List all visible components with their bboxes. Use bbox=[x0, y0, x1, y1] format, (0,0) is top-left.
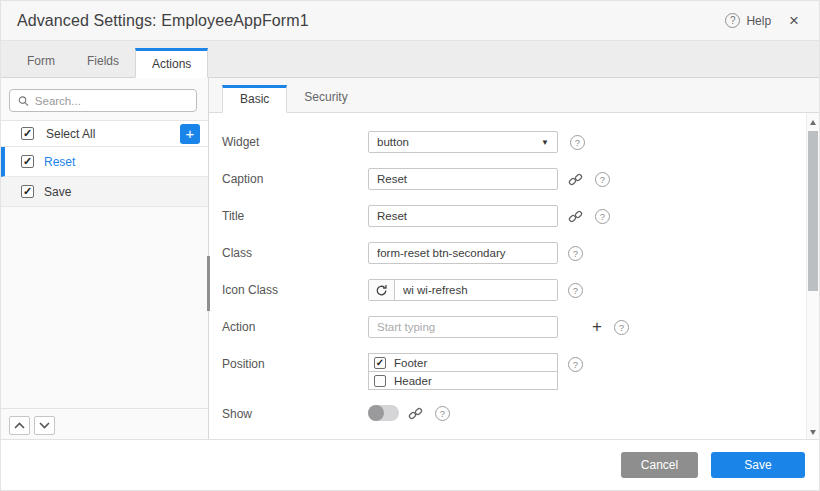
position-option-header[interactable]: Header bbox=[368, 371, 558, 390]
close-icon[interactable]: × bbox=[785, 10, 803, 31]
search-wrap bbox=[1, 78, 208, 120]
header-checkbox[interactable] bbox=[374, 375, 386, 387]
field-label: Show bbox=[222, 405, 368, 421]
toggle-knob bbox=[368, 405, 384, 421]
field-row-position: Position ✓ Footer Header ? bbox=[222, 353, 806, 390]
scrollbar-thumb[interactable] bbox=[808, 131, 818, 291]
dialog-body: ✓ Select All + ✓ Reset ✓ Save bbox=[1, 78, 819, 441]
field-row-icon-class: Icon Class ? bbox=[222, 279, 806, 301]
position-options: ✓ Footer Header bbox=[368, 353, 558, 390]
icon-class-input[interactable] bbox=[395, 280, 558, 300]
actions-sidebar: ✓ Select All + ✓ Reset ✓ Save bbox=[1, 78, 209, 441]
widget-select[interactable]: button ▼ bbox=[368, 131, 558, 153]
move-up-button[interactable] bbox=[9, 416, 30, 435]
field-label: Caption bbox=[222, 168, 368, 186]
select-all-label: Select All bbox=[46, 127, 95, 141]
help-icon[interactable]: ? bbox=[595, 209, 610, 224]
reorder-toolbar bbox=[1, 408, 208, 441]
scroll-down-button[interactable] bbox=[807, 425, 819, 439]
field-row-title: Title ? bbox=[222, 205, 806, 227]
dialog-footer: Cancel Save bbox=[1, 439, 819, 490]
help-icon[interactable]: ? bbox=[568, 357, 583, 372]
bind-link-icon[interactable] bbox=[408, 406, 423, 421]
field-row-show: Show ? bbox=[222, 405, 806, 421]
bind-link-icon[interactable] bbox=[568, 209, 583, 224]
help-button[interactable]: ? Help bbox=[725, 13, 771, 28]
tab-fields[interactable]: Fields bbox=[71, 47, 135, 77]
icon-preview bbox=[369, 280, 395, 300]
detail-tabbar: Basic Security bbox=[209, 78, 819, 113]
field-row-class: Class ? bbox=[222, 242, 806, 264]
field-label: Icon Class bbox=[222, 279, 368, 297]
help-icon[interactable]: ? bbox=[570, 135, 585, 150]
icon-class-group bbox=[368, 279, 558, 301]
sidebar-item-label: Reset bbox=[44, 155, 75, 169]
search-box[interactable] bbox=[9, 89, 197, 112]
refresh-icon bbox=[375, 284, 388, 297]
footer-checkbox[interactable]: ✓ bbox=[374, 357, 386, 369]
field-row-action: Action + ? bbox=[222, 316, 806, 338]
position-option-label: Header bbox=[394, 375, 432, 387]
dialog-title: Advanced Settings: EmployeeAppForm1 bbox=[17, 12, 309, 30]
chevron-up-icon bbox=[14, 422, 25, 429]
add-action-button[interactable]: + bbox=[180, 124, 200, 144]
scroll-up-button[interactable] bbox=[807, 115, 819, 129]
help-icon[interactable]: ? bbox=[595, 172, 610, 187]
position-option-footer[interactable]: ✓ Footer bbox=[368, 353, 558, 372]
save-checkbox[interactable]: ✓ bbox=[21, 185, 34, 198]
bind-link-icon[interactable] bbox=[568, 172, 583, 187]
action-detail-panel: Basic Security Widget button ▼ ? Caption bbox=[209, 78, 819, 441]
field-label: Class bbox=[222, 242, 368, 260]
tab-form[interactable]: Form bbox=[11, 47, 71, 77]
save-button[interactable]: Save bbox=[711, 452, 805, 478]
field-label: Action bbox=[222, 316, 368, 334]
title-input[interactable] bbox=[368, 205, 558, 227]
vertical-scrollbar[interactable] bbox=[806, 113, 819, 441]
sidebar-resize-handle[interactable] bbox=[207, 256, 210, 311]
class-input[interactable] bbox=[368, 242, 558, 264]
help-circle-icon: ? bbox=[725, 13, 740, 28]
scroll-down-icon bbox=[810, 430, 816, 435]
chevron-down-icon bbox=[39, 422, 50, 429]
reset-checkbox[interactable]: ✓ bbox=[21, 155, 34, 168]
field-row-widget: Widget button ▼ ? bbox=[222, 131, 806, 153]
position-option-label: Footer bbox=[394, 357, 427, 369]
help-icon[interactable]: ? bbox=[568, 283, 583, 298]
dialog-header: Advanced Settings: EmployeeAppForm1 ? He… bbox=[1, 1, 819, 41]
sidebar-item-reset[interactable]: ✓ Reset bbox=[1, 147, 208, 177]
select-all-row: ✓ Select All + bbox=[1, 120, 208, 147]
sidebar-item-save[interactable]: ✓ Save bbox=[1, 177, 208, 207]
field-label: Position bbox=[222, 353, 368, 371]
field-label: Title bbox=[222, 205, 368, 223]
tab-actions[interactable]: Actions bbox=[135, 48, 208, 78]
widget-select-value: button bbox=[377, 136, 409, 148]
field-row-caption: Caption ? bbox=[222, 168, 806, 190]
cancel-button[interactable]: Cancel bbox=[621, 452, 698, 478]
advanced-settings-dialog: Advanced Settings: EmployeeAppForm1 ? He… bbox=[0, 0, 820, 491]
move-down-button[interactable] bbox=[34, 416, 55, 435]
search-icon bbox=[18, 95, 29, 107]
caret-down-icon: ▼ bbox=[541, 138, 549, 147]
tab-security[interactable]: Security bbox=[287, 84, 364, 112]
help-icon[interactable]: ? bbox=[435, 406, 450, 421]
field-label: Widget bbox=[222, 131, 368, 149]
help-icon[interactable]: ? bbox=[614, 320, 629, 335]
select-all-checkbox[interactable]: ✓ bbox=[21, 127, 34, 140]
scroll-up-icon bbox=[810, 120, 816, 125]
show-toggle[interactable] bbox=[368, 405, 399, 421]
help-label: Help bbox=[746, 14, 771, 28]
action-input[interactable] bbox=[368, 316, 558, 338]
add-action-inline-icon[interactable]: + bbox=[592, 317, 602, 337]
caption-input[interactable] bbox=[368, 168, 558, 190]
dialog-tabbar: Form Fields Actions bbox=[1, 41, 819, 78]
basic-form: Widget button ▼ ? Caption ? bbox=[209, 113, 806, 441]
sidebar-item-label: Save bbox=[44, 185, 71, 199]
help-icon[interactable]: ? bbox=[568, 246, 583, 261]
search-input[interactable] bbox=[35, 95, 188, 107]
tab-basic[interactable]: Basic bbox=[222, 85, 287, 113]
